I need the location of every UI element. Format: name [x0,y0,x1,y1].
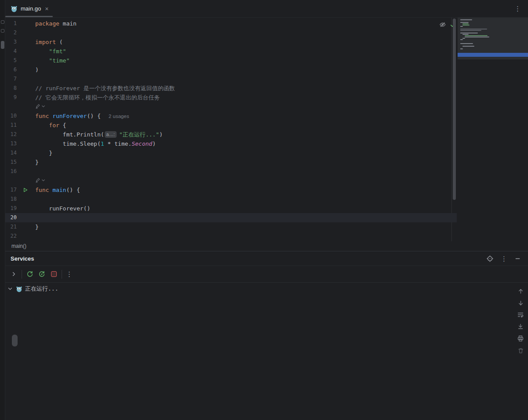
code-line[interactable]: 5 "time" [5,56,457,65]
code-line[interactable]: 6) [5,65,457,74]
breadcrumb[interactable]: main() [11,243,26,249]
services-more-icon[interactable]: ⋮ [501,255,507,262]
soft-wrap-icon[interactable] [517,311,524,319]
scroll-to-end-icon[interactable] [517,323,524,331]
code-line[interactable]: 17func main() { [5,185,457,195]
code-text[interactable] [33,213,457,222]
line-number[interactable]: 18 [5,195,17,204]
line-number[interactable]: 17 [5,185,17,195]
line-number[interactable]: 15 [5,158,17,167]
line-number[interactable]: 12 [5,130,17,139]
rendered-doc-toggle-icon[interactable] [35,103,45,109]
code-line[interactable]: 18 [5,195,457,204]
code-text[interactable]: func main() { [33,185,457,195]
code-text[interactable]: // runForever 是一个没有参数也没有返回值的函数 [33,84,457,93]
code-line[interactable]: 19 runForever() [5,204,457,213]
code-editor[interactable]: 1package main23import (4 "fmt"5 "time"6)… [5,18,528,241]
code-line[interactable]: 10func runForever() {2 usages [5,111,457,121]
code-text[interactable] [33,28,457,37]
code-text[interactable] [33,195,457,204]
code-line[interactable]: 11 for { [5,121,457,130]
editor-scrollbar-thumb[interactable] [453,18,456,200]
line-number[interactable]: 11 [5,121,17,130]
code-line[interactable]: 3import ( [5,37,457,47]
line-number[interactable]: 1 [5,19,17,28]
code-line[interactable]: 22 [5,232,457,241]
code-line[interactable]: 1package main [5,19,457,28]
line-number[interactable]: 3 [5,37,17,47]
target-icon[interactable] [486,255,494,262]
line-number[interactable]: 16 [5,167,17,176]
code-text[interactable] [33,176,457,185]
hide-panel-icon[interactable] [514,255,521,262]
code-line[interactable]: 20 [5,213,457,222]
line-number[interactable]: 9 [5,93,17,102]
collapse-chevron-icon[interactable] [7,286,13,292]
toolbar-more-icon[interactable]: ⋮ [66,271,73,277]
line-number[interactable]: 21 [5,222,17,232]
run-gutter-icon[interactable] [17,185,33,195]
line-number[interactable]: 2 [5,28,17,37]
line-number[interactable] [5,176,17,185]
code-line[interactable]: 8// runForever 是一个没有参数也没有返回值的函数 [5,84,457,93]
code-text[interactable]: } [33,148,457,158]
line-number[interactable]: 14 [5,148,17,158]
line-number[interactable]: 10 [5,111,17,121]
line-number[interactable] [5,102,17,111]
code-line[interactable] [5,102,457,111]
code-text[interactable] [33,167,457,176]
code-text[interactable]: } [33,158,457,167]
scroll-up-icon[interactable] [517,287,524,295]
code-text[interactable] [33,102,457,111]
line-number[interactable]: 19 [5,204,17,213]
usages-inlay[interactable]: 2 usages [109,114,129,119]
code-line[interactable]: 2 [5,28,457,37]
minimap[interactable] [458,18,528,59]
rerun-button[interactable] [26,270,34,278]
code-text[interactable]: func runForever() {2 usages [33,111,457,121]
code-line[interactable]: 12 fmt.Println(a…:"正在运行...") [5,130,457,139]
print-icon[interactable] [517,335,524,343]
code-text[interactable]: "time" [33,56,457,65]
code-text[interactable]: for { [33,121,457,130]
line-number[interactable]: 5 [5,56,17,65]
code-text[interactable]: ) [33,65,457,74]
code-text[interactable]: // 它会无限循环，模拟一个永不退出的后台任务 [33,93,457,102]
line-number[interactable]: 4 [5,47,17,56]
line-number[interactable]: 13 [5,139,17,148]
code-line[interactable]: 21} [5,222,457,232]
tool-window-stub-icon[interactable] [1,29,4,33]
line-number[interactable]: 22 [5,232,17,241]
rerun-configuration-button[interactable] [38,270,46,278]
console-scrollbar-thumb[interactable] [12,335,18,346]
tab-close-icon[interactable]: × [45,5,48,12]
tool-window-stub-icon[interactable] [1,20,4,24]
code-text[interactable]: package main [33,19,457,28]
no-highlighting-eye-icon[interactable] [439,21,446,28]
code-line[interactable]: 4 "fmt" [5,47,457,56]
code-line[interactable] [5,176,457,185]
code-text[interactable]: runForever() [33,204,457,213]
code-line[interactable]: 15} [5,158,457,167]
code-text[interactable]: } [33,222,457,232]
code-text[interactable]: fmt.Println(a…:"正在运行...") [33,130,457,139]
tab-main-go[interactable]: main.go × [5,0,53,17]
code-text[interactable] [33,232,457,241]
code-line[interactable]: 16 [5,167,457,176]
code-line[interactable]: 14 } [5,148,457,158]
line-number[interactable]: 8 [5,84,17,93]
code-text[interactable] [33,74,457,84]
line-number[interactable]: 20 [5,213,17,222]
run-console[interactable]: 正在运行... [5,283,528,420]
editor-more-actions-icon[interactable]: ⋮ [514,5,521,12]
code-text[interactable]: time.Sleep(1 * time.Second) [33,139,457,148]
code-line[interactable]: 7 [5,74,457,84]
tool-window-stub-handle[interactable] [1,41,4,49]
code-text[interactable]: import ( [33,37,457,47]
expand-tree-chevron-icon[interactable] [10,270,18,278]
line-number[interactable]: 6 [5,65,17,74]
code-text[interactable]: "fmt" [33,47,457,56]
stop-button[interactable] [50,270,58,278]
rendered-doc-toggle-icon[interactable] [35,177,45,183]
clear-trash-icon[interactable] [517,346,524,354]
